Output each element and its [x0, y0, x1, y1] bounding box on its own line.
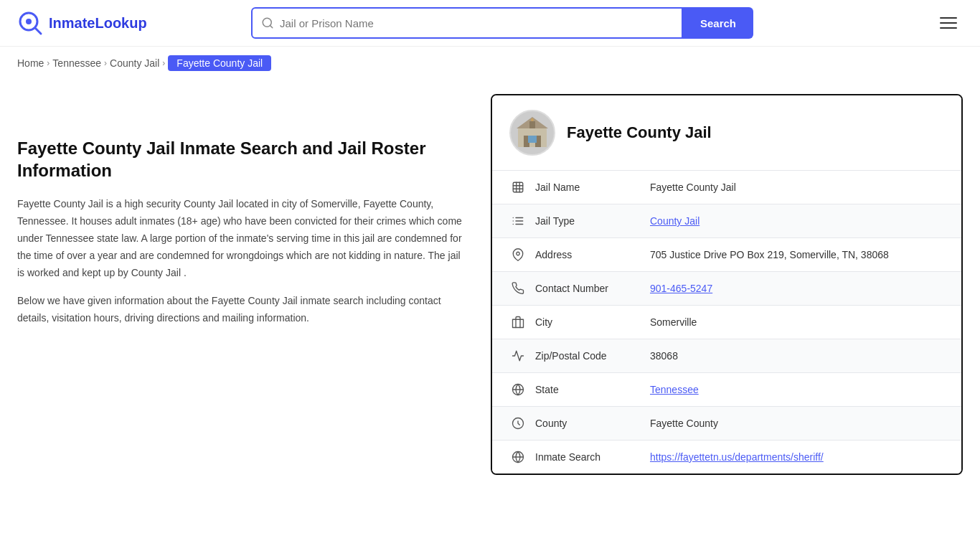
search-area: Search	[251, 7, 753, 39]
info-row: Contact Number 901-465-5247	[492, 272, 961, 306]
type-icon	[509, 215, 527, 227]
building-icon	[514, 114, 551, 151]
info-label: Jail Type	[535, 215, 650, 227]
logo-icon	[17, 10, 43, 36]
info-value-text: 705 Justice Drive PO Box 219, Somerville…	[650, 249, 889, 260]
svg-rect-10	[529, 121, 535, 128]
info-label: City	[535, 316, 650, 328]
svg-rect-24	[513, 319, 524, 327]
info-label: Zip/Postal Code	[535, 350, 650, 362]
info-row: Jail Type County Jail	[492, 204, 961, 238]
breadcrumb-sep-2: ›	[104, 58, 107, 68]
info-value: Fayette County	[650, 418, 944, 429]
zip-icon	[509, 349, 527, 362]
jail-icon	[509, 181, 527, 194]
info-value-text: Fayette County	[650, 418, 718, 429]
main-content: Fayette County Jail Inmate Search and Ja…	[0, 80, 980, 489]
svg-rect-12	[513, 182, 523, 192]
info-label: County	[535, 418, 650, 429]
info-value: Somerville	[650, 316, 944, 328]
jail-card-header: Fayette County Jail	[492, 95, 961, 171]
left-column: Fayette County Jail Inmate Search and Ja…	[17, 94, 491, 475]
info-label: Address	[535, 249, 650, 260]
breadcrumb-home[interactable]: Home	[17, 57, 44, 69]
breadcrumb-sep-3: ›	[162, 58, 165, 68]
info-value: Fayette County Jail	[650, 182, 944, 193]
search-button[interactable]: Search	[683, 7, 753, 39]
info-label: Jail Name	[535, 182, 650, 193]
jail-card: Fayette County Jail Jail Name Fayette Co…	[491, 94, 963, 475]
info-row: State Tennessee	[492, 373, 961, 407]
info-link[interactable]: Tennessee	[650, 384, 699, 395]
logo[interactable]: InmateLookup	[17, 10, 161, 36]
info-value: 901-465-5247	[650, 283, 944, 294]
search-wrapper	[251, 7, 683, 39]
info-value: 38068	[650, 350, 944, 362]
info-label: Inmate Search	[535, 451, 650, 463]
info-value: https://fayettetn.us/departments/sheriff…	[650, 451, 944, 463]
description-para-2: Below we have given information about th…	[17, 293, 462, 327]
description-para-1: Fayette County Jail is a high security C…	[17, 196, 462, 281]
breadcrumb-state[interactable]: Tennessee	[52, 57, 101, 69]
address-icon	[509, 248, 527, 261]
state-icon	[509, 383, 527, 396]
phone-icon	[509, 282, 527, 295]
info-row: Inmate Search https://fayettetn.us/depar…	[492, 441, 961, 474]
right-column: Fayette County Jail Jail Name Fayette Co…	[491, 94, 963, 475]
info-label: Contact Number	[535, 283, 650, 294]
logo-text: InmateLookup	[49, 15, 147, 32]
info-row: Address 705 Justice Drive PO Box 219, So…	[492, 238, 961, 272]
breadcrumb-sep-1: ›	[47, 58, 50, 68]
info-link[interactable]: 901-465-5247	[650, 283, 712, 294]
city-icon	[509, 316, 527, 329]
info-label: State	[535, 384, 650, 395]
avatar	[509, 110, 555, 156]
info-value: Tennessee	[650, 384, 944, 395]
menu-line-1	[940, 17, 957, 19]
page-title: Fayette County Jail Inmate Search and Ja…	[17, 137, 462, 182]
info-table: Jail Name Fayette County Jail Jail Type …	[492, 171, 961, 474]
svg-point-23	[517, 252, 520, 255]
info-value: 705 Justice Drive PO Box 219, Somerville…	[650, 249, 944, 260]
info-link[interactable]: County Jail	[650, 215, 699, 227]
info-row: Zip/Postal Code 38068	[492, 339, 961, 373]
info-row: City Somerville	[492, 306, 961, 339]
info-value: County Jail	[650, 215, 944, 227]
svg-point-11	[531, 118, 534, 121]
info-value-text: Fayette County Jail	[650, 182, 736, 193]
svg-point-2	[26, 19, 32, 24]
web-icon	[509, 451, 527, 463]
menu-line-3	[940, 27, 957, 29]
header: InmateLookup Search	[0, 0, 980, 47]
info-value-text: 38068	[650, 350, 678, 362]
breadcrumb-type[interactable]: County Jail	[110, 57, 159, 69]
svg-line-4	[270, 25, 272, 27]
breadcrumb: Home › Tennessee › County Jail › Fayette…	[0, 47, 980, 80]
info-row: County Fayette County	[492, 407, 961, 441]
menu-line-2	[940, 22, 957, 24]
breadcrumb-current: Fayette County Jail	[168, 55, 271, 71]
search-icon	[261, 17, 274, 29]
county-icon	[509, 417, 527, 430]
menu-button[interactable]	[934, 11, 963, 34]
svg-line-1	[35, 28, 41, 34]
info-row: Jail Name Fayette County Jail	[492, 171, 961, 204]
svg-rect-8	[528, 136, 537, 143]
info-link[interactable]: https://fayettetn.us/departments/sheriff…	[650, 451, 824, 463]
jail-card-title: Fayette County Jail	[567, 123, 712, 142]
description: Fayette County Jail is a high security C…	[17, 196, 462, 327]
search-input[interactable]	[280, 17, 673, 29]
info-value-text: Somerville	[650, 316, 697, 328]
